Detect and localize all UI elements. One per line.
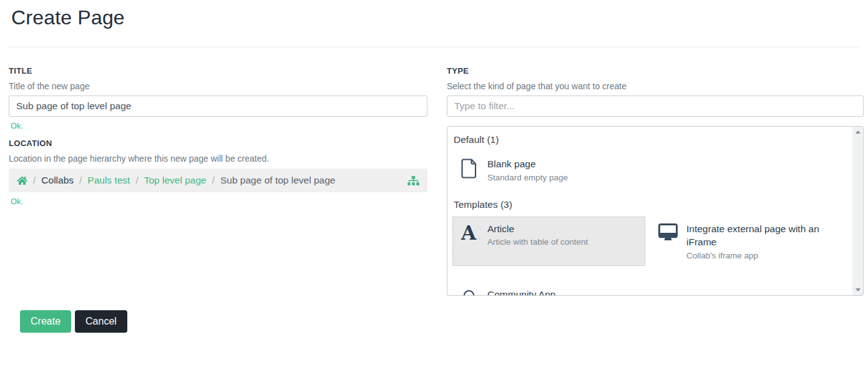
item-subtitle: Collab's iframe app bbox=[686, 251, 839, 260]
list-item-community-app[interactable]: Community App Install a Community App in… bbox=[452, 282, 645, 296]
title-help-text: Title of the new page bbox=[9, 81, 427, 91]
sitemap-icon[interactable] bbox=[407, 176, 419, 185]
cancel-button[interactable]: Cancel bbox=[75, 310, 127, 333]
type-filter-input[interactable] bbox=[447, 96, 864, 117]
breadcrumb-separator: / bbox=[33, 175, 36, 186]
page-title: Create Page bbox=[9, 0, 859, 29]
template-listbox: Default (1) Blank page Stan bbox=[447, 126, 864, 296]
listbox-scrollbar[interactable] bbox=[852, 127, 863, 295]
header-divider bbox=[9, 47, 859, 47]
breadcrumb-separator: / bbox=[212, 175, 215, 186]
create-button[interactable]: Create bbox=[20, 310, 71, 333]
title-location-column: TITLE Title of the new page Ok. LOCATION… bbox=[9, 66, 427, 214]
breadcrumb-separator: / bbox=[79, 175, 82, 186]
form-actions: Create Cancel bbox=[20, 310, 859, 333]
create-page-form: Create Page TITLE Title of the new page … bbox=[0, 0, 868, 333]
item-title: Community App bbox=[487, 288, 630, 296]
location-help-text: Location in the page hierarchy where thi… bbox=[9, 154, 427, 164]
item-subtitle: Article with table of content bbox=[487, 237, 588, 247]
group-label-templates: Templates (3) bbox=[454, 199, 844, 210]
type-section-label: TYPE bbox=[447, 66, 864, 76]
monitor-icon bbox=[657, 222, 678, 242]
breadcrumb-separator: / bbox=[135, 175, 138, 186]
article-icon: A bbox=[458, 222, 479, 243]
location-section-label: LOCATION bbox=[9, 139, 427, 148]
template-group-default: Default (1) Blank page Stan bbox=[452, 134, 844, 188]
breadcrumb-item-collabs[interactable]: Collabs bbox=[41, 175, 74, 186]
blank-page-icon bbox=[458, 157, 479, 179]
scroll-down-arrow-icon[interactable] bbox=[856, 288, 861, 291]
title-status-ok: Ok. bbox=[11, 121, 427, 130]
page-title-input[interactable] bbox=[9, 96, 427, 117]
template-group-templates: Templates (3) A Article Article with tab… bbox=[452, 199, 844, 296]
item-title: Blank page bbox=[487, 157, 568, 171]
breadcrumb: / Collabs / Pauls test / Top level page … bbox=[9, 169, 427, 192]
item-title: Integrate external page with an iFrame bbox=[686, 222, 839, 249]
list-item-blank-page[interactable]: Blank page Standard empty page bbox=[452, 152, 645, 188]
lightbulb-icon bbox=[458, 288, 479, 296]
title-section-label: TITLE bbox=[9, 66, 427, 76]
type-help-text: Select the kind of page that you want to… bbox=[447, 81, 864, 91]
item-title: Article bbox=[487, 222, 588, 236]
breadcrumb-item-pauls-test[interactable]: Pauls test bbox=[87, 175, 130, 186]
list-item-article[interactable]: A Article Article with table of content bbox=[452, 217, 645, 266]
list-item-iframe[interactable]: Integrate external page with an iFrame C… bbox=[651, 217, 844, 266]
home-icon[interactable] bbox=[17, 176, 27, 185]
breadcrumb-item-top-level-page[interactable]: Top level page bbox=[144, 175, 207, 186]
item-subtitle: Standard empty page bbox=[487, 173, 568, 182]
breadcrumb-item-current: Sub page of top level page bbox=[220, 175, 335, 186]
scroll-up-arrow-icon[interactable] bbox=[856, 130, 861, 134]
group-label-default: Default (1) bbox=[454, 134, 844, 145]
type-column: TYPE Select the kind of page that you wa… bbox=[447, 66, 864, 296]
location-status-ok: Ok. bbox=[11, 197, 427, 206]
